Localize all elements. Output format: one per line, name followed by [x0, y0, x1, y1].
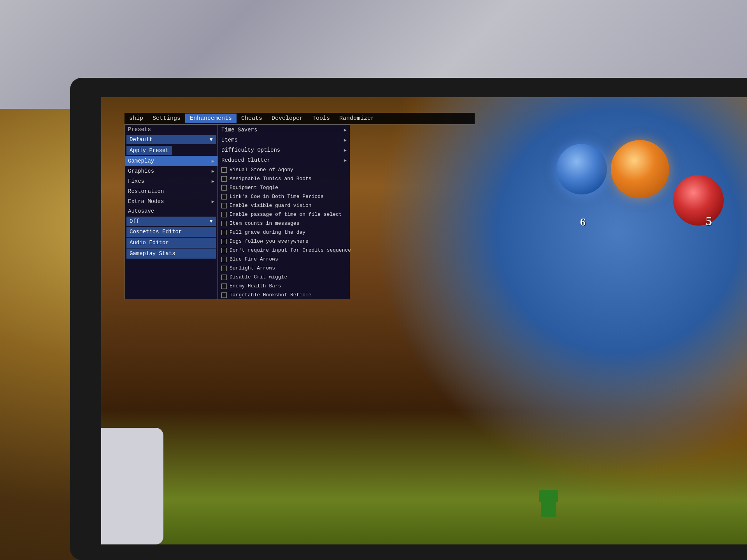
menu-overlay: ship Settings Enhancements Cheats Develo…	[124, 113, 475, 300]
right-panel: Time Savers ▶ Items ▶ Difficulty Options…	[218, 124, 350, 300]
checkbox-passage-of-time-label: Enable passage of time on file select	[230, 212, 342, 217]
reduced-clutter-arrow-icon: ▶	[344, 158, 347, 163]
checkbox-item-counts[interactable]: Item counts in messages	[218, 219, 350, 228]
checkbox-assignable-tunics-box	[221, 176, 227, 182]
preset-value: Default	[130, 136, 153, 143]
menubar-item-cheats[interactable]: Cheats	[237, 114, 267, 123]
checkbox-sunlight-arrows-label: Sunlight Arrows	[230, 265, 275, 271]
submenu-reduced-clutter-label: Reduced Clutter	[221, 157, 270, 163]
checkbox-dogs-follow-box	[221, 239, 227, 244]
checkbox-links-cow[interactable]: Link's Cow in Both Time Periods	[218, 192, 350, 201]
checkbox-disable-crit-wiggle-label: Disable Crit wiggle	[230, 274, 287, 280]
audio-editor-button[interactable]: Audio Editor	[126, 238, 216, 248]
menu-item-restoration-label: Restoration	[128, 188, 164, 194]
autosave-label: Autosave	[125, 206, 217, 216]
orb-number-6: 6	[580, 216, 586, 228]
submenu-difficulty-options[interactable]: Difficulty Options ▶	[218, 145, 350, 155]
checkbox-enemy-health-bars[interactable]: Enemy Health Bars	[218, 282, 350, 290]
menu-item-graphics-label: Graphics	[128, 168, 154, 174]
checkbox-disable-crit-wiggle-box	[221, 275, 227, 280]
checkbox-assignable-tunics-label: Assignable Tunics and Boots	[230, 176, 312, 182]
menubar-item-tools[interactable]: Tools	[308, 114, 335, 123]
checkbox-visual-stone-label: Visual Stone of Agony	[230, 167, 293, 173]
checkbox-visual-stone-box	[221, 167, 227, 173]
checkbox-passage-of-time[interactable]: Enable passage of time on file select	[218, 210, 350, 219]
checkbox-disable-crit-wiggle[interactable]: Disable Crit wiggle	[218, 273, 350, 282]
apply-preset-button[interactable]: Apply Preset	[126, 146, 172, 155]
checkbox-no-credits-input-box	[221, 248, 227, 253]
preset-dropdown[interactable]: Default ▼	[126, 135, 216, 144]
menu-bar: ship Settings Enhancements Cheats Develo…	[124, 113, 475, 124]
checkbox-sunlight-arrows[interactable]: Sunlight Arrows	[218, 264, 350, 273]
presets-label: Presets	[125, 125, 217, 134]
checkbox-targetable-hookshot[interactable]: Targetable Hookshot Reticle	[218, 290, 350, 299]
submenu-time-savers-label: Time Savers	[221, 127, 257, 133]
checkbox-targetable-hookshot-label: Targetable Hookshot Reticle	[230, 292, 312, 298]
menubar-item-settings[interactable]: Settings	[148, 114, 185, 123]
device-frame: 6 5 ship Settings Enhancements Cheats De…	[70, 78, 747, 560]
checkbox-equipment-toggle[interactable]: Equipment Toggle	[218, 183, 350, 192]
menu-item-gameplay-label: Gameplay	[128, 158, 154, 164]
menu-item-graphics[interactable]: Graphics ▶	[125, 166, 217, 176]
menu-item-fixes-label: Fixes	[128, 178, 144, 184]
menu-item-extra-modes-label: Extra Modes	[128, 198, 164, 205]
autosave-dropdown[interactable]: Off ▼	[126, 217, 216, 226]
game-screen: 6 5 ship Settings Enhancements Cheats De…	[101, 97, 747, 544]
character-body	[541, 502, 556, 517]
blue-orb	[556, 144, 607, 194]
menubar-item-enhancements[interactable]: Enhancements	[185, 114, 237, 123]
menu-item-restoration[interactable]: Restoration	[125, 186, 217, 196]
checkbox-enemy-health-bars-label: Enemy Health Bars	[230, 283, 281, 289]
checkbox-blue-fire-arrows-box	[221, 257, 227, 262]
left-panel: Presets Default ▼ Apply Preset Gameplay …	[124, 124, 218, 300]
checkbox-guard-vision[interactable]: Enable visible guard vision	[218, 201, 350, 210]
checkbox-pull-grave-box	[221, 230, 227, 235]
checkbox-sunlight-arrows-box	[221, 266, 227, 271]
menu-item-gameplay[interactable]: Gameplay ▶	[125, 156, 217, 166]
submenu-reduced-clutter[interactable]: Reduced Clutter ▶	[218, 155, 350, 165]
submenu-time-savers[interactable]: Time Savers ▶	[218, 125, 350, 135]
dropdown-arrow-icon: ▼	[210, 136, 213, 143]
submenu-arrow-icon: ▶	[212, 158, 214, 164]
checkbox-passage-of-time-box	[221, 212, 227, 217]
checkbox-targetable-hookshot-box	[221, 292, 227, 298]
checkbox-pull-grave-label: Pull grave during the day	[230, 229, 305, 235]
checkbox-links-cow-box	[221, 194, 227, 200]
checkbox-item-counts-label: Item counts in messages	[230, 220, 299, 226]
time-savers-arrow-icon: ▶	[344, 127, 347, 133]
cosmetics-editor-button[interactable]: Cosmetics Editor	[126, 227, 216, 237]
difficulty-arrow-icon: ▶	[344, 147, 347, 153]
menubar-item-randomizer[interactable]: Randomizer	[335, 114, 379, 123]
gameplay-stats-button[interactable]: Gameplay Stats	[126, 248, 216, 259]
submenu-arrow-icon-4: ▶	[212, 199, 214, 205]
menu-item-fixes[interactable]: Fixes ▶	[125, 176, 217, 186]
submenu-items-label: Items	[221, 137, 238, 143]
checkbox-no-credits-input-label: Don't require input for Credits sequence	[230, 247, 351, 253]
submenu-difficulty-label: Difficulty Options	[221, 147, 280, 153]
submenu-arrow-icon-3: ▶	[212, 178, 214, 184]
menu-item-extra-modes[interactable]: Extra Modes ▶	[125, 196, 217, 206]
checkbox-assignable-tunics[interactable]: Assignable Tunics and Boots	[218, 174, 350, 183]
autosave-value: Off	[130, 218, 139, 224]
checkbox-blue-fire-arrows[interactable]: Blue Fire Arrows	[218, 255, 350, 264]
left-controller	[101, 428, 163, 544]
orange-orb: 6	[611, 140, 669, 198]
checkbox-no-credits-input[interactable]: Don't require input for Credits sequence	[218, 246, 350, 255]
submenu-items[interactable]: Items ▶	[218, 135, 350, 145]
dropdown-panel: Presets Default ▼ Apply Preset Gameplay …	[124, 124, 475, 300]
checkbox-enemy-health-bars-box	[221, 284, 227, 289]
checkbox-guard-vision-box	[221, 203, 227, 208]
checkbox-visual-stone[interactable]: Visual Stone of Agony	[218, 165, 350, 174]
checkbox-blue-fire-arrows-label: Blue Fire Arrows	[230, 256, 278, 262]
menubar-item-ship[interactable]: ship	[124, 114, 148, 123]
orb-number-5: 5	[706, 214, 712, 228]
checkbox-equipment-toggle-box	[221, 185, 227, 191]
checkbox-pull-grave[interactable]: Pull grave during the day	[218, 228, 350, 237]
checkbox-guard-vision-label: Enable visible guard vision	[230, 203, 312, 208]
menubar-item-developer[interactable]: Developer	[267, 114, 308, 123]
checkbox-dogs-follow[interactable]: Dogs follow you everywhere	[218, 237, 350, 246]
red-orb	[673, 175, 724, 226]
autosave-arrow-icon: ▼	[210, 218, 213, 224]
checkbox-equipment-toggle-label: Equipment Toggle	[230, 185, 278, 191]
checkbox-links-cow-label: Link's Cow in Both Time Periods	[230, 194, 324, 200]
